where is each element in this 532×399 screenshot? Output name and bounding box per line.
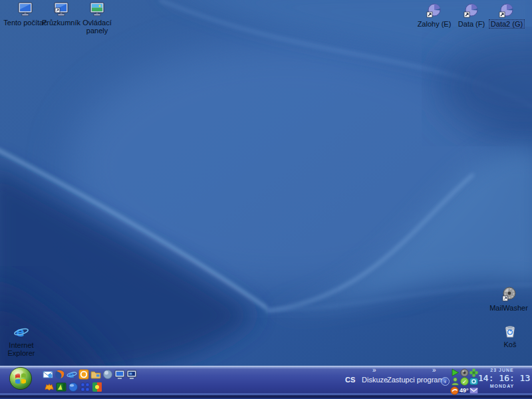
mail-tray-icon[interactable] — [469, 386, 478, 395]
blue-gem-icon[interactable] — [68, 382, 78, 392]
orange-ring-app-icon[interactable] — [78, 369, 89, 380]
green-check-icon[interactable]: ✓ — [460, 377, 469, 386]
check-glyph: ✓ — [462, 378, 467, 385]
ie-e-glyph: e — [16, 325, 25, 339]
multicolor-app-icon[interactable] — [92, 382, 102, 392]
tray-collapse-button[interactable]: ‹ — [441, 377, 450, 386]
desktop-icon-recycle-bin[interactable]: Koš — [488, 323, 532, 348]
weather-temperature-badge[interactable]: 49° — [460, 387, 469, 394]
disk-drive-icon — [463, 3, 480, 19]
desktop-icon-label: Data2 (G) — [489, 20, 524, 28]
language-indicator[interactable]: CS — [345, 376, 355, 384]
desktop-icon-drive-g[interactable]: Data2 (G) — [485, 3, 529, 28]
toolbar-overflow-chevron[interactable]: » — [432, 366, 436, 374]
desktop-icon-label: MailWasher — [488, 304, 529, 312]
disk-drive-icon — [426, 3, 443, 19]
play-icon[interactable] — [451, 368, 460, 377]
desktop-icon-mailwasher[interactable]: MailWasher — [485, 287, 532, 312]
ie-e-glyph: e — [68, 370, 74, 380]
computer-monitor-icon — [17, 1, 33, 17]
mailwasher-disc-icon — [501, 287, 517, 303]
firefox-icon[interactable] — [55, 369, 65, 380]
desktop-icon-internet-explorer[interactable]: e Internet Explorer — [0, 324, 43, 357]
explorer-monitor-icon — [53, 1, 69, 17]
flame-app-icon[interactable] — [44, 382, 55, 392]
internet-explorer-icon: e — [13, 324, 29, 340]
disk-drive-icon — [498, 3, 515, 19]
control-panel-monitor-icon — [89, 1, 105, 17]
globe-icon[interactable] — [102, 369, 113, 380]
media-folder-icon[interactable] — [90, 369, 101, 380]
toolbar-title-zastupci[interactable]: Zastupci programu — [387, 376, 448, 384]
wallpaper-image — [0, 0, 532, 399]
desktop-icon-label: Data (F) — [457, 20, 486, 28]
gray-disc-icon[interactable] — [460, 368, 469, 377]
internet-explorer-quicklaunch-icon[interactable]: e — [66, 369, 77, 380]
desktop-icon-label: Internet Explorer — [0, 341, 43, 357]
messenger-person-icon[interactable] — [451, 377, 460, 386]
blue-dots-app-icon[interactable] — [80, 382, 90, 392]
toolbar-overflow-chevron[interactable]: » — [372, 366, 376, 374]
mail-envelope-icon[interactable] — [43, 369, 53, 380]
clock-time: 14: 16: 13 — [478, 373, 526, 383]
teal-camera-icon[interactable] — [469, 377, 478, 386]
desktop-icon-control-panel[interactable]: Ovládací panely — [73, 1, 121, 35]
clock-date: 23 JUNE — [478, 367, 526, 373]
recycle-bin-icon — [503, 323, 517, 339]
desktop-icon-label: Ovládací panely — [73, 19, 121, 35]
monitor-icon[interactable] — [114, 369, 125, 380]
green-editor-icon[interactable] — [56, 382, 66, 392]
clock-day: MONDAY — [478, 383, 526, 389]
taskbar: e — [0, 366, 532, 399]
orange-swoosh-icon[interactable] — [450, 386, 459, 395]
desktop-icon-label: Zalohy (E) — [416, 20, 453, 28]
monitor-dark-icon[interactable] — [126, 369, 137, 380]
desktop-icon-label: Koš — [503, 340, 518, 348]
start-button[interactable] — [9, 366, 33, 390]
tray-clock[interactable]: 23 JUNE 14: 16: 13 MONDAY — [478, 367, 526, 389]
desktop: Tento počítač Průzkumník Ovládací panely — [0, 0, 532, 399]
toolbar-title-diskuze[interactable]: Diskuze — [362, 376, 388, 384]
green-flower-icon[interactable] — [469, 368, 478, 377]
